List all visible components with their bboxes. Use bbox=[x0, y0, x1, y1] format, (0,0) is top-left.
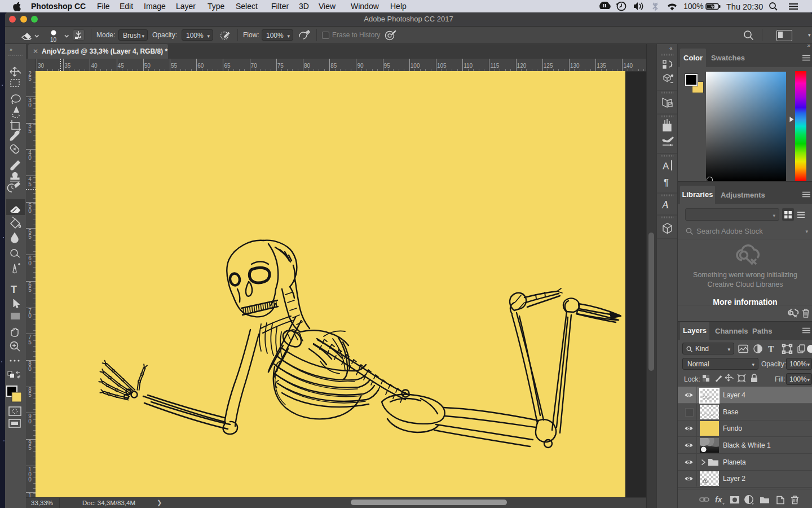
svg-text:A: A bbox=[663, 161, 669, 172]
svg-text:fx: fx bbox=[715, 495, 723, 504]
svg-text:T: T bbox=[11, 284, 17, 295]
svg-text:A: A bbox=[661, 199, 669, 211]
svg-text:Thu 20:30: Thu 20:30 bbox=[726, 2, 763, 11]
svg-text:«: « bbox=[669, 45, 673, 51]
svg-text:»: » bbox=[10, 47, 12, 52]
svg-text:¶: ¶ bbox=[664, 177, 669, 188]
svg-text:100%: 100% bbox=[683, 2, 704, 11]
svg-text:10: 10 bbox=[50, 37, 57, 43]
svg-text:T: T bbox=[768, 344, 774, 354]
